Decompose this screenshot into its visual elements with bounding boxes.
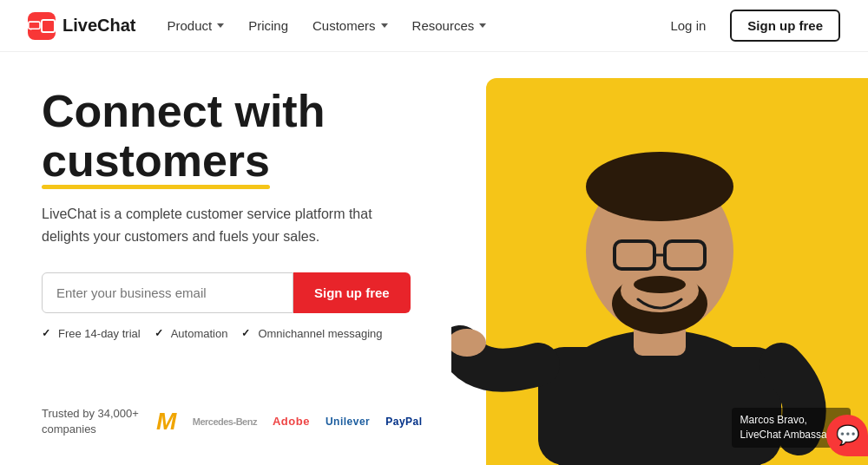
feature-item-automation: ✓ Automation	[155, 327, 228, 340]
nav-link-resources[interactable]: Resources	[402, 11, 497, 40]
chevron-down-icon	[381, 23, 388, 28]
nav-links: Product Pricing Customers Resources	[156, 11, 496, 40]
person-area	[451, 52, 868, 465]
unilever-logo: Unilever	[326, 416, 370, 428]
check-icon: ✓	[155, 327, 167, 339]
svg-rect-0	[29, 22, 40, 29]
hero-image-section: Marcos Bravo, LiveChat Ambassador 💬	[451, 52, 868, 465]
chat-icon	[28, 20, 41, 32]
features-list: ✓ Free 14-day trial ✓ Automation ✓ Omnic…	[42, 327, 424, 340]
paypal-logo: PayPal	[385, 416, 422, 428]
logo-text: LiveChat	[62, 16, 135, 36]
nav-link-product[interactable]: Product	[156, 11, 234, 40]
nav-right: Log in Sign up free	[656, 10, 840, 42]
chevron-down-icon	[479, 23, 486, 28]
feature-item-omnichannel: ✓ Omnichannel messaging	[241, 327, 382, 340]
hero-description: LiveChat is a complete customer service …	[42, 203, 406, 247]
navigation: LiveChat Product Pricing Customers Resou…	[0, 0, 868, 52]
svg-point-5	[586, 152, 733, 221]
hero-title: Connect with customers	[42, 87, 424, 186]
signup-form: Sign up free	[42, 272, 424, 313]
login-button[interactable]: Log in	[656, 11, 720, 40]
person-svg	[451, 52, 868, 465]
chat-bubble-icon: 💬	[836, 424, 859, 447]
mcdonalds-logo: M	[156, 408, 177, 436]
signup-nav-button[interactable]: Sign up free	[730, 10, 840, 42]
signup-hero-button[interactable]: Sign up free	[293, 272, 411, 313]
email-input[interactable]	[42, 272, 293, 313]
nav-link-customers[interactable]: Customers	[302, 11, 398, 40]
check-icon: ✓	[42, 327, 54, 339]
trusted-section: Trusted by 34,000+ companies M Mercedes-…	[42, 406, 424, 437]
adobe-logo: Adobe	[273, 415, 310, 428]
feature-item-trial: ✓ Free 14-day trial	[42, 327, 141, 340]
svg-point-8	[634, 276, 686, 293]
main-content: Connect with customers LiveChat is a com…	[0, 52, 868, 465]
logo-icon	[28, 12, 56, 40]
hero-section: Connect with customers LiveChat is a com…	[0, 52, 451, 465]
brand-logos: M Mercedes-Benz Adobe Unilever PayPal	[156, 408, 423, 436]
chevron-down-icon	[217, 23, 224, 28]
nav-left: LiveChat Product Pricing Customers Resou…	[28, 11, 496, 40]
hero-title-line2: customers	[42, 135, 270, 186]
nav-link-pricing[interactable]: Pricing	[238, 11, 299, 40]
mercedes-logo: Mercedes-Benz	[193, 416, 257, 427]
trusted-text: Trusted by 34,000+ companies	[42, 406, 139, 437]
check-icon: ✓	[241, 327, 253, 339]
chat-widget-button[interactable]: 💬	[826, 415, 868, 456]
logo[interactable]: LiveChat	[28, 12, 135, 40]
